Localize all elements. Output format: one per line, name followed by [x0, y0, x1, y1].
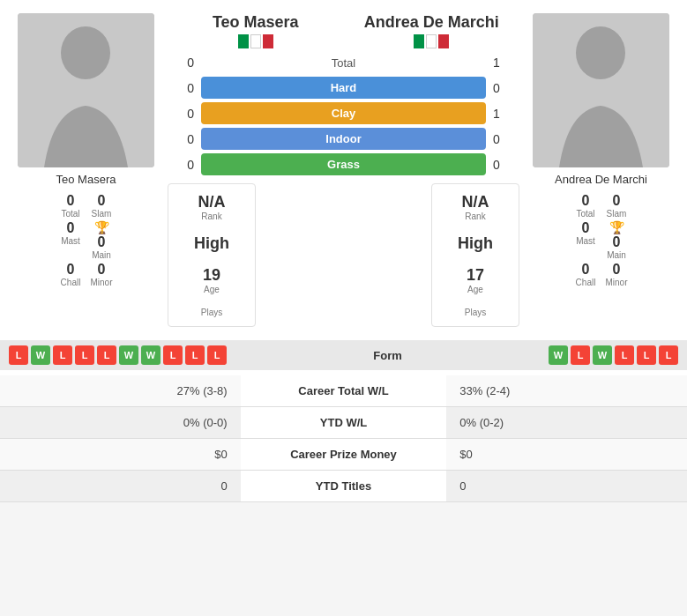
- left-total-stat: 0 Total: [59, 193, 81, 219]
- total-label: Total: [201, 56, 486, 70]
- left-form-badge-w: W: [119, 345, 138, 365]
- spacer: [260, 183, 427, 327]
- left-form-badge-l: L: [185, 345, 205, 365]
- left-main-value: 0: [98, 234, 106, 250]
- right-chall-stat: 0 Chall: [574, 262, 596, 287]
- right-slam-label: Slam: [607, 209, 627, 219]
- right-flag: [414, 34, 449, 48]
- right-trophy-main-stat: 🏆 0 Main: [606, 220, 628, 260]
- right-player-name-main: Andrea De Marchi: [364, 13, 499, 32]
- form-label: Form: [227, 349, 549, 362]
- right-total-stat: 0 Total: [574, 193, 596, 219]
- left-mast-value: 0: [67, 220, 75, 236]
- right-form-badges: WLWLLL: [549, 345, 678, 365]
- stat-right-val-1: 0% (0-2): [446, 407, 687, 439]
- left-slam-label: Slam: [92, 209, 112, 219]
- clay-right-score: 1: [493, 107, 519, 121]
- left-slam-stat: 0 Slam: [91, 193, 113, 219]
- left-info-panel: N/A Rank High 19 Age Plays: [168, 183, 256, 327]
- grass-button[interactable]: Grass: [201, 153, 486, 175]
- left-rank-value: N/A: [198, 193, 226, 212]
- clay-left-score: 0: [168, 107, 194, 121]
- left-form-badge-l: L: [163, 345, 183, 365]
- right-chall-label: Chall: [576, 278, 596, 287]
- right-mast-stat: 0 Mast: [574, 220, 596, 260]
- left-minor-stat: 0 Minor: [91, 262, 113, 287]
- stat-right-val-2: $0: [446, 439, 687, 471]
- stats-row: 27% (3-8) Career Total W/L 33% (2-4): [0, 375, 687, 407]
- left-rank-stat: N/A Rank: [198, 193, 226, 221]
- right-minor-label: Minor: [606, 278, 628, 287]
- left-total-label: Total: [61, 209, 79, 219]
- stat-left-val-0: 27% (3-8): [0, 375, 241, 407]
- right-chall-value: 0: [582, 262, 590, 278]
- right-form-badge-w: W: [593, 345, 612, 365]
- hard-button[interactable]: Hard: [201, 77, 486, 99]
- left-minor-value: 0: [98, 262, 106, 278]
- grass-left-score: 0: [168, 158, 194, 172]
- right-minor-stat: 0 Minor: [606, 262, 628, 287]
- left-flag-white: [250, 34, 261, 48]
- stat-left-val-2: $0: [0, 439, 241, 471]
- form-row: LWLLLWWLLL Form WLWLLL: [0, 340, 687, 370]
- right-rank-value: N/A: [462, 193, 489, 212]
- right-total-label: Total: [576, 209, 594, 219]
- left-name-flag: Teo Masera: [168, 13, 344, 48]
- clay-row: 0 Clay 1: [168, 102, 519, 124]
- stat-left-val-1: 0% (0-0): [0, 407, 241, 439]
- right-mast-label: Mast: [576, 236, 595, 246]
- left-mast-stat: 0 Mast: [59, 220, 81, 260]
- left-age-value: 19: [203, 266, 220, 285]
- hard-left-score: 0: [168, 81, 194, 95]
- right-flag-green: [414, 34, 424, 48]
- stat-label-1: YTD W/L: [241, 407, 447, 439]
- indoor-right-score: 0: [493, 132, 519, 146]
- left-age-stat: 19 Age: [203, 266, 220, 294]
- right-plays-stat: Plays: [465, 308, 486, 317]
- right-high-value: High: [458, 234, 493, 253]
- stats-row: 0% (0-0) YTD W/L 0% (0-2): [0, 407, 687, 439]
- right-slam-value: 0: [613, 193, 621, 209]
- grass-right-score: 0: [493, 158, 519, 172]
- left-total-value: 0: [67, 193, 75, 209]
- right-player-name-label: Andrea De Marchi: [555, 173, 647, 186]
- right-plays-label: Plays: [465, 308, 486, 317]
- stats-row: $0 Career Prize Money $0: [0, 439, 687, 471]
- right-form-badge-l: L: [659, 345, 678, 365]
- left-rank-label: Rank: [198, 212, 226, 221]
- right-age-value: 17: [467, 266, 484, 285]
- right-age-stat: 17 Age: [467, 266, 484, 294]
- left-flag: [238, 34, 273, 48]
- right-flag-red: [438, 34, 449, 48]
- right-main-value: 0: [613, 234, 621, 250]
- right-mast-value: 0: [582, 220, 590, 236]
- right-player-photo: [533, 13, 669, 167]
- left-form-badges: LWLLLWWLLL: [9, 345, 227, 365]
- left-mast-label: Mast: [61, 236, 80, 246]
- clay-button[interactable]: Clay: [201, 102, 486, 124]
- left-flag-red: [263, 34, 273, 48]
- left-form-badge-l: L: [207, 345, 227, 365]
- right-trophy-icon: 🏆: [609, 220, 624, 234]
- left-form-badge-l: L: [53, 345, 72, 365]
- stats-row: 0 YTD Titles 0: [0, 471, 687, 502]
- svg-point-3: [576, 26, 625, 79]
- left-trophy-main-stat: 🏆 0 Main: [91, 220, 113, 260]
- total-score-left: 0: [168, 56, 194, 70]
- total-score-right: 1: [493, 56, 519, 70]
- right-player-silhouette: [533, 13, 669, 167]
- right-age-label: Age: [467, 285, 484, 294]
- stat-right-val-0: 33% (2-4): [446, 375, 687, 407]
- left-trophy-icon: 🏆: [94, 220, 109, 234]
- surface-section: 0 Hard 0 0 Clay 1 0 Indoor 0 0 Grass: [168, 77, 519, 179]
- indoor-button[interactable]: Indoor: [201, 128, 486, 150]
- right-main-label: Main: [607, 250, 626, 260]
- left-player-photo: [18, 13, 154, 167]
- right-form-badge-l: L: [615, 345, 634, 365]
- info-panels-row: N/A Rank High 19 Age Plays: [168, 183, 519, 327]
- left-chall-stat: 0 Chall: [59, 262, 81, 287]
- left-slam-value: 0: [98, 193, 106, 209]
- right-name-flag: Andrea De Marchi: [344, 13, 520, 48]
- left-high-stat: High: [194, 234, 229, 253]
- stat-left-val-3: 0: [0, 471, 241, 502]
